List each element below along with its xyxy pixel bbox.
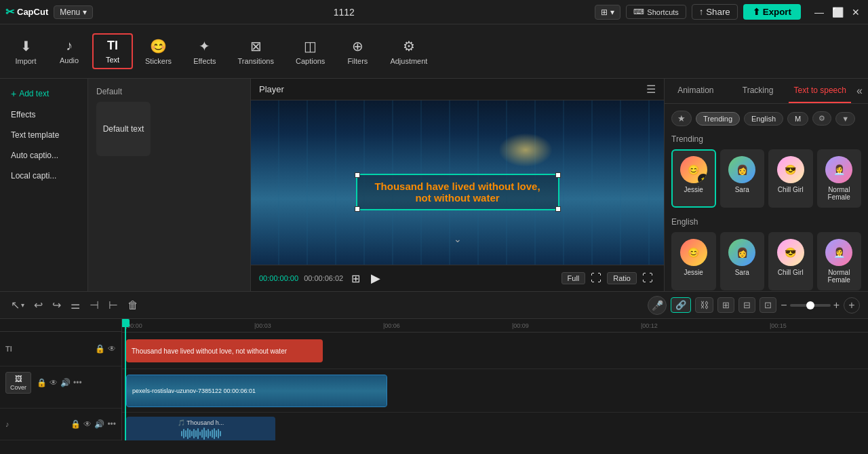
full-view-button[interactable]: Full: [561, 272, 586, 284]
trim-right-button[interactable]: ⊢: [106, 297, 121, 313]
select-tool-button[interactable]: ↖ ▾: [8, 297, 27, 313]
video-clip[interactable]: pexels-rostislav-uzunov-7385122 00:00:06…: [126, 375, 387, 407]
magnet-button[interactable]: 🔗: [671, 297, 691, 313]
default-text-card[interactable]: Default text: [96, 102, 151, 156]
toolbar-captions[interactable]: ◫ Captions: [286, 34, 334, 69]
settings-filter-button[interactable]: ⚙: [812, 111, 831, 126]
add-text-label: Add text: [19, 89, 49, 98]
filters-icon: ⊕: [352, 38, 363, 54]
text-clip[interactable]: Thousand have lived without love, not wi…: [126, 339, 323, 362]
toolbar-import[interactable]: ⬇ Import: [5, 34, 46, 69]
auto-caption-button[interactable]: Auto captio...: [5, 147, 82, 164]
trending-section-title: Trending: [671, 134, 861, 144]
ratio-button[interactable]: Ratio: [607, 272, 637, 284]
maximize-button[interactable]: ⬜: [829, 7, 846, 18]
layout-icon: ⊞: [601, 7, 608, 17]
fullscreen-button[interactable]: ⛶: [639, 271, 656, 286]
resize-handle-bl[interactable]: [355, 206, 360, 212]
toolbar-filters[interactable]: ⊕ Filters: [337, 34, 378, 69]
dropdown-filter-button[interactable]: ▼: [835, 112, 855, 126]
jessie-trending-name: Jessie: [684, 186, 703, 193]
voice-card-jessie-trending[interactable]: 😊 ★ Jessie: [671, 149, 716, 208]
player-menu-button[interactable]: ☰: [646, 83, 656, 96]
resize-handle-tl[interactable]: [355, 172, 360, 178]
audio-track-eye-icon[interactable]: 👁: [83, 419, 92, 429]
sara-english-avatar: 👩: [728, 239, 755, 266]
minimize-button[interactable]: —: [812, 7, 827, 18]
cover-button[interactable]: 🖼 Cover: [5, 372, 31, 394]
voice-card-sara-english[interactable]: 👩 Sara: [720, 232, 765, 290]
main-toolbar: ⬇ Import ♪ Audio TI Text 😊 Stickers ✦ Ef…: [0, 24, 868, 79]
tab-tracking[interactable]: Tracking: [727, 79, 789, 103]
shortcuts-button[interactable]: ⌨ Shortcuts: [626, 5, 686, 19]
toolbar-text[interactable]: TI Text: [92, 33, 133, 69]
audio-track-icon: ♪: [5, 420, 9, 428]
video-track-more-icon[interactable]: •••: [73, 378, 82, 387]
zoom-handle[interactable]: [806, 301, 814, 309]
toolbar-stickers[interactable]: 😊 Stickers: [136, 34, 181, 69]
audio-track-lock-icon[interactable]: 🔒: [71, 419, 81, 429]
text-overlay[interactable]: Thousand have lived without love,not wit…: [356, 174, 559, 210]
share-icon: ↑: [699, 7, 704, 17]
player-header: Player ☰: [251, 79, 664, 100]
audio-track-more-icon[interactable]: •••: [107, 419, 116, 429]
play-button[interactable]: ▶: [368, 269, 383, 287]
resize-handle-br[interactable]: [555, 206, 561, 212]
collapse-panel-button[interactable]: «: [851, 79, 868, 103]
video-track-controls-row: 🖼 Cover 🔒 👁 🔊 •••: [5, 372, 116, 394]
share-button[interactable]: ↑ Share: [692, 4, 738, 20]
zoom-in-button[interactable]: +: [833, 299, 840, 311]
view-controls: Full ⛶ Ratio ⛶: [561, 271, 656, 286]
audio-clip[interactable]: 🎵 Thousand h...: [126, 417, 275, 440]
timeline-grid-button[interactable]: ⊞: [349, 271, 363, 286]
close-button[interactable]: ✕: [849, 7, 863, 18]
trending-filter-button[interactable]: Trending: [696, 112, 740, 126]
undo-button[interactable]: ↩: [31, 297, 45, 313]
english-filter-button[interactable]: English: [744, 112, 783, 126]
thumbnail-button[interactable]: ⊡: [760, 297, 776, 313]
voice-card-chill-english[interactable]: 😎 Chill Girl: [768, 232, 813, 290]
m-filter-button[interactable]: M: [787, 112, 808, 126]
toolbar-effects[interactable]: ✦ Effects: [184, 34, 225, 69]
voice-card-normal-english[interactable]: 👩‍💼 Normal Female: [817, 232, 862, 290]
record-audio-button[interactable]: 🎤: [648, 296, 667, 315]
toolbar-adjustment[interactable]: ⚙ Adjustment: [380, 34, 437, 69]
tab-animation[interactable]: Animation: [665, 79, 727, 103]
crop-button[interactable]: ⛶: [588, 271, 604, 286]
add-text-button[interactable]: Add text: [5, 84, 82, 103]
text-template-button[interactable]: Text template: [5, 126, 82, 144]
export-button[interactable]: ⬆ Export: [743, 4, 801, 20]
voice-card-normal-trending[interactable]: 👩‍💼 Normal Female: [817, 149, 862, 208]
tab-text-to-speech[interactable]: Text to speech: [789, 79, 851, 103]
preview-button[interactable]: ⊟: [738, 297, 755, 313]
toolbar-effects-label: Effects: [193, 57, 216, 65]
text-track-eye-icon[interactable]: 👁: [108, 344, 116, 354]
text-track-lock-icon[interactable]: 🔒: [95, 344, 105, 354]
effects-button[interactable]: Effects: [5, 106, 82, 124]
add-track-button[interactable]: +: [844, 297, 860, 314]
voice-card-chill-trending[interactable]: 😎 Chill Girl: [768, 149, 813, 208]
video-track-eye-icon[interactable]: 👁: [50, 378, 58, 387]
layout-toggle[interactable]: ⊞ ▾: [595, 5, 620, 20]
audio-track-vol-icon[interactable]: 🔊: [94, 419, 104, 429]
resize-handle-tr[interactable]: [555, 172, 561, 178]
video-track-vol-icon[interactable]: 🔊: [60, 378, 71, 387]
local-caption-button[interactable]: Local capti...: [5, 167, 82, 185]
menu-button[interactable]: Menu ▾: [54, 5, 93, 19]
split-button[interactable]: ⚌: [68, 297, 83, 313]
delete-button[interactable]: 🗑: [125, 298, 141, 313]
favorite-filter-button[interactable]: ★: [671, 111, 692, 126]
video-track-lock-icon[interactable]: 🔒: [37, 378, 47, 387]
jessie-english-avatar: 😊: [680, 239, 707, 266]
zoom-slider[interactable]: [790, 304, 831, 307]
playhead-head[interactable]: [122, 319, 130, 327]
toolbar-audio[interactable]: ♪ Audio: [49, 34, 90, 69]
voice-card-sara-trending[interactable]: 👩 Sara: [720, 149, 765, 208]
link-button[interactable]: ⛓: [695, 297, 713, 313]
voice-card-jessie-english[interactable]: 😊 Jessie: [671, 232, 716, 290]
zoom-out-button[interactable]: −: [781, 299, 787, 311]
toolbar-transitions[interactable]: ⊠ Transitions: [229, 34, 283, 69]
trim-left-button[interactable]: ⊣: [87, 297, 102, 313]
unlink-button[interactable]: ⊞: [717, 297, 734, 313]
redo-button[interactable]: ↪: [50, 297, 64, 313]
